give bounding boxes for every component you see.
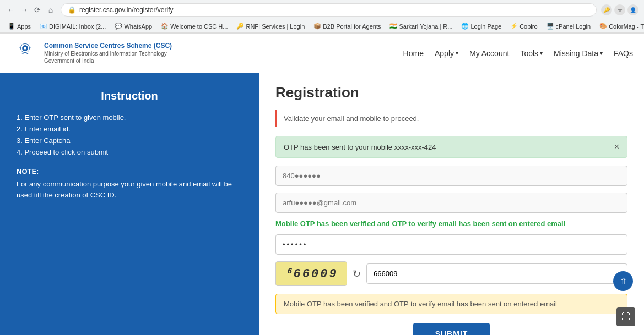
url-text: register.csc.gov.in/register/verify — [79, 6, 174, 14]
instruction-item-4: 4. Proceed to click on submit — [17, 148, 242, 156]
bookmark-sarkari[interactable]: 🇮🇳 Sarkari Yojana | R... — [387, 21, 454, 31]
email-input[interactable] — [275, 193, 627, 213]
ext-profile-icon[interactable]: 👤 — [627, 4, 638, 15]
browser-chrome: ← → ⟳ ⌂ 🔒 register.csc.gov.in/register/v… — [0, 0, 644, 34]
nav-links: Home Apply ▾ My Account Tools ▾ Missing … — [403, 49, 633, 58]
captcha-row: ⁶66009 ↻ — [275, 261, 627, 286]
bookmark-b2b[interactable]: 📦 B2B Portal for Agents — [311, 21, 383, 31]
logo-sub-title: Ministry of Electronics and Information … — [44, 50, 172, 57]
bookmark-rnfi[interactable]: 🔑 RNFI Services | Login — [234, 21, 307, 31]
warning-box: Mobile OTP has been verified and OTP to … — [275, 294, 627, 314]
instruction-list: 1. Enter OTP sent to given mobile. 2. En… — [17, 113, 242, 156]
registration-title: Registration — [275, 84, 627, 101]
otp-banner-text: OTP has been sent to your mobile xxxx-xx… — [284, 143, 436, 151]
instruction-item-2: 2. Enter email id. — [17, 125, 242, 133]
bookmark-cpanel[interactable]: 🖥️ cPanel Login — [544, 21, 593, 31]
forward-button[interactable]: → — [19, 4, 30, 15]
nav-tools[interactable]: Tools ▾ — [520, 49, 543, 58]
emblem-svg — [13, 41, 37, 65]
captcha-refresh-button[interactable]: ↻ — [353, 268, 361, 280]
left-panel: Instruction 1. Enter OTP sent to given m… — [0, 73, 259, 335]
svg-point-2 — [24, 47, 26, 50]
mobile-input[interactable] — [275, 166, 627, 186]
nav-my-account[interactable]: My Account — [469, 49, 509, 58]
logo-text: Common Service Centres Scheme (CSC) Mini… — [44, 42, 172, 65]
lock-icon: 🔒 — [68, 6, 76, 14]
captcha-image: ⁶66009 — [275, 261, 347, 286]
bookmark-colormag[interactable]: 🎨 ColorMag - Theme... — [597, 21, 644, 31]
ext-key-icon[interactable]: 🔑 — [601, 4, 612, 15]
logo-area: Common Service Centres Scheme (CSC) Mini… — [11, 38, 172, 68]
top-nav: Common Service Centres Scheme (CSC) Mini… — [0, 34, 644, 73]
right-panel: Registration Validate your email and mob… — [259, 73, 644, 335]
note-section: NOTE: For any communication purpose your… — [17, 167, 242, 200]
svg-line-5 — [21, 53, 25, 54]
browser-nav-icons: ← → ⟳ ⌂ — [6, 4, 56, 15]
instruction-item-3: 3. Enter Captcha — [17, 136, 242, 145]
logo-gov-title: Government of India — [44, 57, 172, 64]
bookmark-login[interactable]: 🌐 Login Page — [459, 21, 504, 31]
instruction-item-1: 1. Enter OTP sent to given mobile. — [17, 113, 242, 122]
main-content: Instruction 1. Enter OTP sent to given m… — [0, 73, 644, 335]
logo-emblem — [11, 38, 39, 68]
submit-button[interactable]: SUBMIT — [413, 323, 490, 335]
otp-banner: OTP has been sent to your mobile xxxx-xx… — [275, 136, 627, 158]
browser-ext-icons: 🔑 ☆ 👤 — [601, 4, 638, 15]
home-button[interactable]: ⌂ — [45, 4, 56, 15]
svg-line-8 — [28, 43, 29, 44]
fullscreen-button[interactable]: ⛶ — [616, 307, 635, 326]
address-bar[interactable]: 🔒 register.csc.gov.in/register/verify — [61, 3, 597, 17]
reload-button[interactable]: ⟳ — [32, 4, 43, 15]
page-wrapper: Common Service Centres Scheme (CSC) Mini… — [0, 34, 644, 335]
nav-home[interactable]: Home — [403, 49, 424, 58]
bookmark-cobiro[interactable]: ⚡ Cobiro — [508, 21, 539, 31]
missing-data-dropdown-arrow: ▾ — [600, 50, 603, 56]
browser-toolbar: ← → ⟳ ⌂ 🔒 register.csc.gov.in/register/v… — [0, 0, 644, 20]
svg-line-6 — [25, 53, 29, 54]
svg-line-10 — [20, 43, 21, 44]
otp-banner-close-button[interactable]: × — [614, 142, 619, 152]
tools-dropdown-arrow: ▾ — [540, 50, 543, 56]
verified-message: Mobile OTP has been verified and OTP to … — [275, 219, 627, 228]
scroll-to-top-button[interactable]: ⇧ — [613, 271, 633, 291]
captcha-input[interactable] — [366, 263, 627, 284]
nav-faqs[interactable]: FAQs — [614, 49, 633, 58]
note-text: For any communication purpose your given… — [17, 179, 242, 200]
otp-input[interactable] — [275, 234, 627, 255]
bookmarks-bar: 📱 Apps 📧 DIGIMAIL: Inbox (2... 💬 WhatsAp… — [0, 20, 644, 33]
apply-dropdown-arrow: ▾ — [456, 50, 458, 56]
bookmark-digimail[interactable]: 📧 DIGIMAIL: Inbox (2... — [37, 21, 108, 31]
bookmark-apps[interactable]: 📱 Apps — [6, 21, 33, 31]
logo-main-title: Common Service Centres Scheme (CSC) — [44, 42, 172, 51]
nav-apply[interactable]: Apply ▾ — [435, 49, 458, 58]
validate-message: Validate your email and mobile to procee… — [275, 110, 627, 127]
nav-missing-data[interactable]: Missing Data ▾ — [554, 49, 603, 58]
ext-star-icon[interactable]: ☆ — [614, 4, 625, 15]
instruction-title: Instruction — [17, 90, 242, 102]
note-label: NOTE: — [17, 167, 242, 175]
bookmark-csc[interactable]: 🏠 Welcome to CSC H... — [159, 21, 230, 31]
back-button[interactable]: ← — [6, 4, 17, 15]
bookmark-whatsapp[interactable]: 💬 WhatsApp — [112, 21, 154, 31]
